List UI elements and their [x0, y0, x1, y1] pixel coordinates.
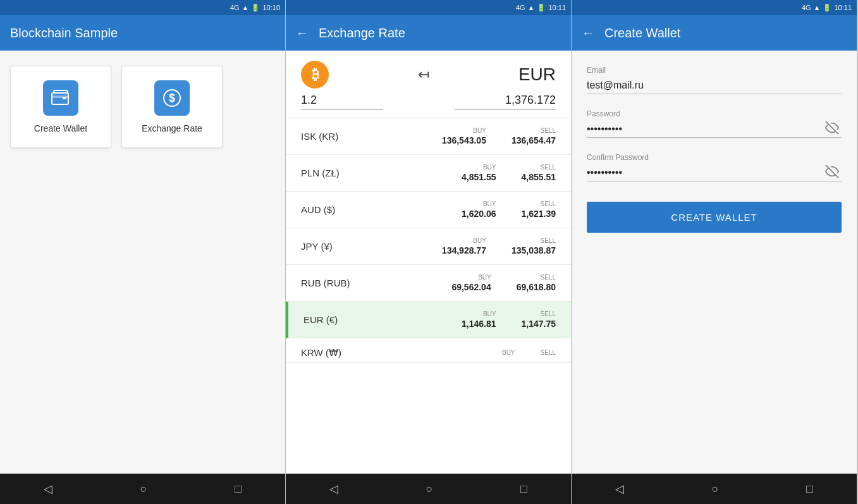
password-input-wrapper — [587, 121, 842, 138]
status-icons-1: 4G ▲ 🔋 10:10 — [230, 4, 280, 12]
time-2: 10:11 — [548, 4, 566, 11]
rate-row-eur: EUR (€) BUY 1,146.81 SELL 1,147.75 — [286, 302, 571, 338]
buy-col-krw: BUY — [502, 349, 515, 357]
btc-symbol: ₿ — [312, 66, 319, 83]
buy-col-eur: BUY 1,146.81 — [462, 310, 496, 329]
home-nav-3[interactable]: ○ — [712, 482, 719, 496]
currency-rub: RUB (RUB) — [301, 278, 364, 288]
password-toggle-icon[interactable] — [825, 121, 839, 138]
create-wallet-card[interactable]: Create Wallet — [10, 66, 111, 148]
rate-values-isk: BUY 136,543.05 SELL 136,654.47 — [442, 127, 556, 145]
create-wallet-button[interactable]: CREATE WALLET — [587, 202, 842, 233]
btc-icon: ₿ — [301, 61, 329, 89]
sell-col-eur: SELL 1,147.75 — [522, 310, 556, 329]
nav-bar-2: ◁ ○ □ — [286, 474, 571, 504]
back-btn-2[interactable]: ← — [296, 26, 309, 40]
buy-col-rub: BUY 69,562.04 — [451, 274, 491, 292]
rate-table: ISK (KR) BUY 136,543.05 SELL 136,654.47 … — [286, 118, 571, 363]
status-bar-1: 4G ▲ 🔋 10:10 — [0, 0, 285, 15]
svg-text:$: $ — [169, 92, 175, 104]
back-btn-3[interactable]: ← — [582, 26, 594, 40]
time-1: 10:10 — [262, 4, 280, 11]
sell-col-rub: SELL 69,618.80 — [517, 274, 556, 292]
signal-icon-3: 4G — [802, 4, 811, 11]
sell-col-jpy: SELL 135,038.87 — [512, 237, 556, 255]
buy-col-pln: BUY 4,851.55 — [462, 164, 496, 182]
back-nav-2[interactable]: ◁ — [329, 482, 338, 496]
confirm-form-group: Confirm Password — [587, 153, 842, 181]
exchange-rate-card-icon: $ — [154, 80, 190, 116]
currency-jpy: JPY (¥) — [301, 241, 364, 252]
sell-col-pln: SELL 4,855.51 — [522, 164, 556, 182]
rate-values-aud: BUY 1,620.06 SELL 1,621.39 — [462, 200, 556, 219]
home-nav-2[interactable]: ○ — [426, 482, 433, 496]
currency-isk: ISK (KR) — [301, 131, 364, 142]
sell-val-isk: 136,654.47 — [512, 135, 556, 145]
currency-krw: KRW (₩) — [301, 347, 364, 359]
exchange-rate-label: Exchange Rate — [142, 123, 202, 133]
email-form-group: Email — [587, 66, 842, 94]
rate-row-isk: ISK (KR) BUY 136,543.05 SELL 136,654.47 — [286, 118, 571, 155]
content-2: ₿ ↤ EUR ISK (KR) BUY 136,543.05 — [286, 51, 571, 474]
screen-exchange-rate: 4G ▲ 🔋 10:11 ← Exchange Rate ₿ ↤ EUR — [286, 0, 572, 504]
wifi-icon: ▲ — [242, 4, 249, 11]
rate-values-eur: BUY 1,146.81 SELL 1,147.75 — [462, 310, 556, 329]
recents-nav-2[interactable]: □ — [520, 482, 527, 496]
time-3: 10:11 — [834, 4, 852, 11]
conversion-arrow-icon: ↤ — [418, 66, 429, 83]
wifi-icon-3: ▲ — [814, 4, 821, 11]
exchange-rate-card[interactable]: $ Exchange Rate — [121, 66, 223, 148]
currency-eur: EUR (€) — [303, 314, 367, 325]
home-nav-1[interactable]: ○ — [140, 482, 147, 496]
battery-icon: 🔋 — [251, 4, 260, 12]
rate-row-jpy: JPY (¥) BUY 134,928.77 SELL 135,038.87 — [286, 228, 571, 265]
rate-row-aud: AUD ($) BUY 1,620.06 SELL 1,621.39 — [286, 192, 571, 228]
rate-values-rub: BUY 69,562.04 SELL 69,618.80 — [451, 274, 556, 292]
battery-icon-3: 🔋 — [823, 4, 831, 12]
confirm-toggle-icon[interactable] — [825, 164, 839, 181]
currency-pln: PLN (ZŁ) — [301, 168, 364, 178]
buy-val-isk: 136,543.05 — [442, 135, 486, 145]
password-input[interactable] — [587, 121, 842, 137]
back-nav-3[interactable]: ◁ — [615, 482, 624, 496]
rate-values-krw: BUY SELL — [502, 349, 556, 357]
buy-col-jpy: BUY 134,928.77 — [442, 237, 486, 255]
battery-icon-2: 🔋 — [537, 4, 546, 12]
status-bar-3: 4G ▲ 🔋 10:11 — [572, 0, 857, 15]
sell-label-isk: SELL — [541, 127, 556, 134]
screen-create-wallet: 4G ▲ 🔋 10:11 ← Create Wallet Email Passw… — [572, 0, 857, 504]
eur-amount-input[interactable] — [455, 94, 556, 110]
sell-col-isk: SELL 136,654.47 — [512, 127, 556, 145]
converter-inputs — [301, 94, 556, 110]
signal-icon-2: 4G — [516, 4, 525, 11]
create-wallet-card-icon — [43, 80, 78, 116]
confirm-input[interactable] — [587, 164, 842, 181]
rate-values-jpy: BUY 134,928.77 SELL 135,038.87 — [442, 237, 556, 255]
password-form-group: Password — [587, 109, 842, 138]
app-bar-title-2: Exchange Rate — [319, 26, 405, 40]
sell-col-krw: SELL — [541, 349, 556, 357]
buy-col-aud: BUY 1,620.06 — [462, 200, 496, 219]
nav-bar-1: ◁ ○ □ — [0, 474, 285, 504]
email-label: Email — [587, 66, 842, 75]
email-input[interactable] — [587, 77, 842, 94]
menu-grid: Create Wallet $ Exchange Rate — [10, 66, 275, 148]
email-input-wrapper — [587, 77, 842, 94]
status-bar-2: 4G ▲ 🔋 10:11 — [286, 0, 571, 15]
back-nav-1[interactable]: ◁ — [44, 482, 52, 496]
buy-col-isk: BUY 136,543.05 — [442, 127, 486, 145]
rate-values-pln: BUY 4,851.55 SELL 4,855.51 — [462, 164, 556, 182]
currency-aud: AUD ($) — [301, 204, 364, 215]
wallet-icon — [51, 89, 70, 107]
content-1: Create Wallet $ Exchange Rate — [0, 51, 285, 474]
recents-nav-1[interactable]: □ — [235, 482, 242, 496]
app-bar-1: Blockchain Sample — [0, 15, 285, 51]
wifi-icon-2: ▲ — [528, 4, 535, 11]
sell-col-aud: SELL 1,621.39 — [522, 200, 556, 219]
recents-nav-3[interactable]: □ — [806, 482, 813, 496]
app-bar-title-3: Create Wallet — [604, 26, 680, 40]
btc-amount-input[interactable] — [301, 94, 383, 110]
converter-section: ₿ ↤ EUR — [286, 51, 571, 118]
app-bar-2: ← Exchange Rate — [286, 15, 571, 51]
rate-row-pln: PLN (ZŁ) BUY 4,851.55 SELL 4,855.51 — [286, 155, 571, 192]
